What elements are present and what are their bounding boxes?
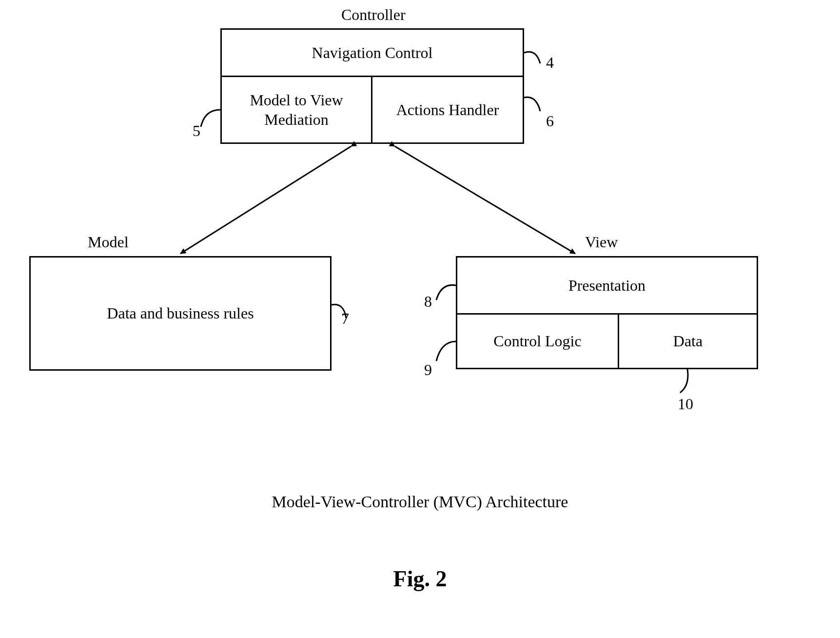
arrow-controller-model: [180, 146, 351, 254]
presentation-text: Presentation: [568, 277, 645, 295]
ref-7: 7: [341, 310, 349, 328]
hook-ref-6: [524, 97, 540, 111]
model-box: Data and business rules: [29, 256, 332, 371]
model-text: Data and business rules: [107, 304, 254, 322]
actions-handler-text: Actions Handler: [396, 101, 499, 119]
hook-ref-8: [436, 285, 456, 300]
navigation-control-box: Navigation Control: [220, 28, 524, 77]
view-data-box: Data: [618, 313, 758, 369]
presentation-box: Presentation: [456, 256, 758, 315]
control-logic-text: Control Logic: [493, 332, 581, 350]
diagram-caption: Model-View-Controller (MVC) Architecture: [0, 493, 840, 511]
model-label: Model: [88, 233, 129, 251]
view-label: View: [585, 233, 618, 251]
model-to-view-mediation-text: Model to View Mediation: [250, 90, 343, 129]
ref-9: 9: [424, 361, 432, 379]
control-logic-box: Control Logic: [456, 313, 619, 369]
ref-4: 4: [546, 54, 554, 72]
hook-ref-4: [524, 52, 540, 63]
controller-label: Controller: [341, 6, 406, 24]
view-data-text: Data: [673, 332, 703, 350]
hook-ref-5: [201, 110, 220, 127]
navigation-control-text: Navigation Control: [312, 44, 433, 62]
figure-number: Fig. 2: [0, 566, 840, 592]
arrow-controller-view: [395, 146, 575, 254]
actions-handler-box: Actions Handler: [371, 76, 524, 144]
ref-5: 5: [193, 122, 200, 140]
ref-10: 10: [678, 395, 693, 413]
model-to-view-mediation-box: Model to View Mediation: [220, 76, 372, 144]
diagram-canvas: Controller Navigation Control Model to V…: [0, 0, 840, 638]
hook-ref-10: [680, 369, 688, 393]
hook-ref-9: [436, 341, 456, 361]
ref-8: 8: [424, 293, 432, 311]
ref-6: 6: [546, 112, 554, 130]
